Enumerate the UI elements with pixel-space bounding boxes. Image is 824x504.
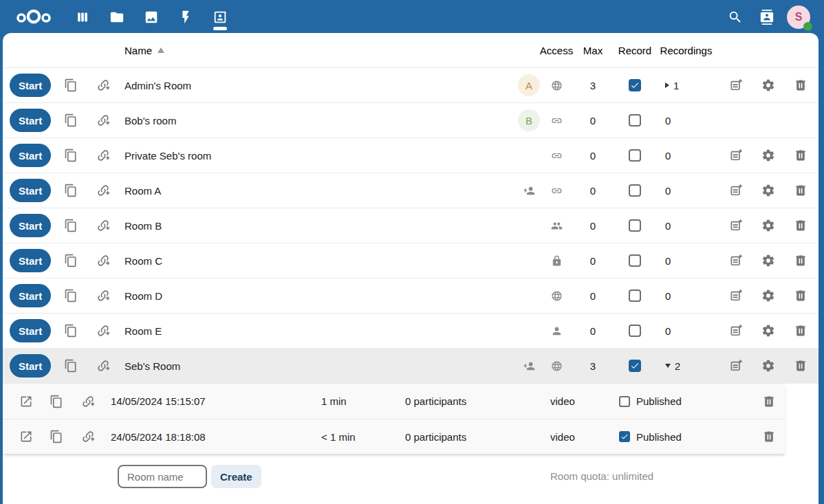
share-room-link-icon[interactable]: [87, 289, 119, 303]
copy-room-link-icon[interactable]: [54, 113, 87, 127]
copy-room-link-icon[interactable]: [54, 359, 87, 373]
share-room-link-icon[interactable]: [87, 254, 119, 267]
delete-room-icon[interactable]: [794, 254, 807, 267]
room-record-checkbox[interactable]: [616, 149, 654, 162]
share-room-link-icon[interactable]: [87, 359, 119, 373]
globe-access-icon: [543, 290, 570, 302]
share-room-link-icon[interactable]: [87, 184, 119, 197]
edit-room-icon[interactable]: [729, 324, 743, 338]
room-settings-icon[interactable]: [761, 149, 775, 162]
room-settings-icon[interactable]: [761, 78, 775, 92]
delete-room-icon[interactable]: [794, 78, 807, 92]
delete-room-icon[interactable]: [794, 289, 807, 303]
room-owner-avatar: B: [518, 109, 540, 131]
share-room-link-icon[interactable]: [87, 78, 119, 92]
edit-room-icon[interactable]: [729, 359, 743, 373]
delete-room-icon[interactable]: [794, 219, 807, 232]
avatar[interactable]: S: [787, 6, 810, 29]
room-record-checkbox[interactable]: [616, 325, 654, 337]
share-room-link-icon[interactable]: [87, 324, 119, 338]
room-record-checkbox[interactable]: [616, 360, 654, 372]
photos-app-icon[interactable]: [134, 0, 169, 34]
room-record-checkbox[interactable]: [616, 114, 654, 127]
copy-room-link-icon[interactable]: [54, 289, 87, 303]
start-room-button[interactable]: Start: [10, 179, 51, 202]
app-content: Name Access Max Record Recordings Start …: [3, 33, 818, 504]
published-label: Published: [636, 431, 682, 443]
start-room-button[interactable]: Start: [10, 109, 51, 132]
share-recording-link-icon[interactable]: [80, 395, 96, 408]
edit-room-icon[interactable]: [729, 219, 743, 232]
delete-recording-icon[interactable]: [762, 430, 776, 443]
recording-type: video: [550, 431, 619, 443]
room-recordings-toggle[interactable]: 1: [654, 80, 718, 91]
delete-room-icon[interactable]: [794, 149, 807, 162]
room-settings-icon[interactable]: [761, 359, 775, 373]
recording-duration: < 1 min: [321, 431, 405, 443]
share-room-link-icon[interactable]: [87, 149, 119, 162]
recording-published-checkbox[interactable]: Published: [619, 395, 682, 407]
recordings-list: 14/05/2024 15:15:07 1 min 0 participants…: [3, 384, 785, 454]
contacts-icon[interactable]: [751, 0, 783, 34]
create-room-button[interactable]: Create: [211, 465, 261, 488]
share-room-link-icon[interactable]: [87, 113, 119, 127]
start-room-button[interactable]: Start: [10, 144, 51, 167]
room-owner-avatar: A: [518, 74, 540, 96]
room-name: Private Seb's room: [119, 150, 515, 162]
start-room-button[interactable]: Start: [10, 214, 51, 237]
start-room-button[interactable]: Start: [10, 284, 51, 307]
room-settings-icon[interactable]: [761, 324, 775, 338]
recording-type: video: [550, 395, 619, 407]
start-room-button[interactable]: Start: [10, 354, 51, 377]
room-settings-icon[interactable]: [761, 184, 775, 197]
copy-room-link-icon[interactable]: [54, 254, 87, 267]
start-room-button[interactable]: Start: [10, 74, 51, 97]
start-room-button[interactable]: Start: [10, 319, 51, 342]
room-actions: [718, 254, 818, 267]
room-record-checkbox[interactable]: [616, 79, 654, 91]
bbb-app-icon[interactable]: [203, 0, 237, 34]
share-room-link-icon[interactable]: [87, 219, 119, 232]
files-app-icon[interactable]: [100, 0, 134, 34]
edit-room-icon[interactable]: [729, 254, 743, 267]
room-record-checkbox[interactable]: [616, 219, 654, 232]
delete-room-icon[interactable]: [794, 324, 807, 338]
room-settings-icon[interactable]: [761, 289, 775, 303]
copy-recording-link-icon[interactable]: [48, 430, 65, 443]
room-recordings-toggle[interactable]: 2: [654, 360, 718, 372]
room-name-input[interactable]: [118, 465, 207, 488]
header-name[interactable]: Name: [119, 45, 515, 56]
room-max-participants: 3: [570, 80, 616, 91]
room-record-checkbox[interactable]: [616, 254, 654, 267]
room-record-checkbox[interactable]: [616, 184, 654, 197]
copy-room-link-icon[interactable]: [54, 219, 87, 232]
copy-room-link-icon[interactable]: [54, 149, 87, 162]
room-settings-icon[interactable]: [761, 254, 775, 267]
table-header: Name Access Max Record Recordings: [3, 33, 818, 68]
copy-recording-link-icon[interactable]: [48, 395, 65, 408]
activity-app-icon[interactable]: [169, 0, 203, 34]
room-recordings-toggle: 0: [654, 115, 718, 127]
header-record: Record: [616, 45, 654, 56]
copy-room-link-icon[interactable]: [54, 324, 87, 338]
open-recording-icon[interactable]: [18, 395, 34, 408]
delete-recording-icon[interactable]: [762, 395, 776, 408]
dashboard-app-icon[interactable]: [65, 0, 100, 34]
copy-room-link-icon[interactable]: [54, 78, 87, 92]
share-recording-link-icon[interactable]: [80, 430, 96, 443]
edit-room-icon[interactable]: [729, 78, 743, 92]
start-room-button[interactable]: Start: [10, 249, 51, 272]
delete-room-icon[interactable]: [794, 359, 807, 373]
room-settings-icon[interactable]: [761, 219, 775, 232]
search-icon[interactable]: [719, 0, 751, 34]
room-recordings-toggle: 0: [654, 255, 718, 267]
nextcloud-logo[interactable]: [14, 8, 53, 27]
delete-room-icon[interactable]: [794, 184, 807, 197]
edit-room-icon[interactable]: [729, 289, 743, 303]
edit-room-icon[interactable]: [729, 184, 743, 197]
open-recording-icon[interactable]: [18, 430, 34, 443]
copy-room-link-icon[interactable]: [54, 184, 87, 197]
room-record-checkbox[interactable]: [616, 289, 654, 302]
recording-published-checkbox[interactable]: Published: [619, 431, 682, 443]
edit-room-icon[interactable]: [729, 149, 743, 162]
